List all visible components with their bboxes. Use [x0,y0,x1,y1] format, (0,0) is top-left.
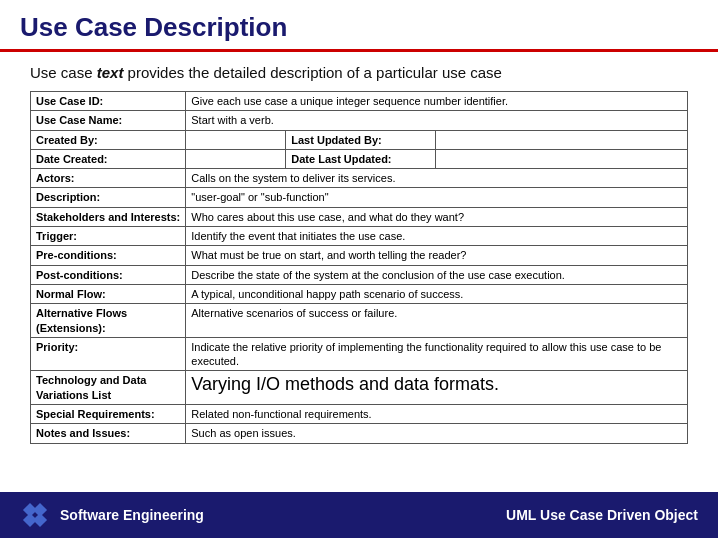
table-row: Post-conditions: Describe the state of t… [31,265,688,284]
table-row: Technology and Data Variations List Vary… [31,371,688,405]
row-value [436,130,688,149]
table-row: Use Case Name: Start with a verb. [31,111,688,130]
row-value: Such as open issues. [186,424,688,443]
row-label: Priority: [31,337,186,371]
row-label: Date Last Updated: [286,149,436,168]
slide-content: Use case text provides the detailed desc… [0,52,718,492]
row-label: Pre-conditions: [31,246,186,265]
table-row: Special Requirements: Related non-functi… [31,405,688,424]
subtitle-prefix: Use case [30,64,97,81]
table-row: Normal Flow: A typical, unconditional ha… [31,284,688,303]
row-label: Alternative Flows (Extensions): [31,304,186,338]
table-row: Priority: Indicate the relative priority… [31,337,688,371]
row-label: Date Created: [31,149,186,168]
row-value: Calls on the system to deliver its servi… [186,169,688,188]
row-value: Varying I/O methods and data formats. [186,371,688,405]
table-row: Actors: Calls on the system to deliver i… [31,169,688,188]
row-label: Trigger: [31,227,186,246]
row-value: Give each use case a unique integer sequ… [186,92,688,111]
row-value [436,149,688,168]
row-label: Stakeholders and Interests: [31,207,186,226]
table-row: Pre-conditions: What must be true on sta… [31,246,688,265]
use-case-table: Use Case ID: Give each use case a unique… [30,91,688,444]
row-label: Notes and Issues: [31,424,186,443]
slide-header: Use Case Description [0,0,718,52]
row-label: Last Updated By: [286,130,436,149]
table-row: Created By: Last Updated By: [31,130,688,149]
slide-footer: Software Engineering UML Use Case Driven… [0,492,718,538]
footer-left: Software Engineering [20,500,204,530]
table-row: Notes and Issues: Such as open issues. [31,424,688,443]
row-value: Start with a verb. [186,111,688,130]
row-label: Description: [31,188,186,207]
row-value: What must be true on start, and worth te… [186,246,688,265]
row-label: Post-conditions: [31,265,186,284]
row-value [186,149,286,168]
row-label: Created By: [31,130,186,149]
row-value: Describe the state of the system at the … [186,265,688,284]
row-value [186,130,286,149]
row-label: Normal Flow: [31,284,186,303]
footer-left-label: Software Engineering [60,507,204,523]
row-value: Identify the event that initiates the us… [186,227,688,246]
subtitle-italic: text [97,64,124,81]
row-value: A typical, unconditional happy path scen… [186,284,688,303]
svg-rect-3 [33,513,47,527]
slide: Use Case Description Use case text provi… [0,0,718,538]
row-value: Related non-functional requirements. [186,405,688,424]
row-label: Actors: [31,169,186,188]
table-row: Description: "user-goal" or "sub-functio… [31,188,688,207]
row-label: Special Requirements: [31,405,186,424]
table-row: Use Case ID: Give each use case a unique… [31,92,688,111]
row-value: Who cares about this use case, and what … [186,207,688,226]
row-value: Indicate the relative priority of implem… [186,337,688,371]
row-value: "user-goal" or "sub-function" [186,188,688,207]
table-row: Trigger: Identify the event that initiat… [31,227,688,246]
subtitle: Use case text provides the detailed desc… [30,64,688,81]
subtitle-suffix: provides the detailed description of a p… [123,64,502,81]
footer-right: UML Use Case Driven Object [506,506,698,524]
table-row: Stakeholders and Interests: Who cares ab… [31,207,688,226]
row-label: Use Case ID: [31,92,186,111]
table-row: Alternative Flows (Extensions): Alternat… [31,304,688,338]
diamond-icon [20,500,50,530]
footer-right-label: UML Use Case Driven Object [506,507,698,523]
slide-title: Use Case Description [20,12,698,43]
table-row: Date Created: Date Last Updated: [31,149,688,168]
row-value: Alternative scenarios of success or fail… [186,304,688,338]
row-label: Technology and Data Variations List [31,371,186,405]
row-label: Use Case Name: [31,111,186,130]
